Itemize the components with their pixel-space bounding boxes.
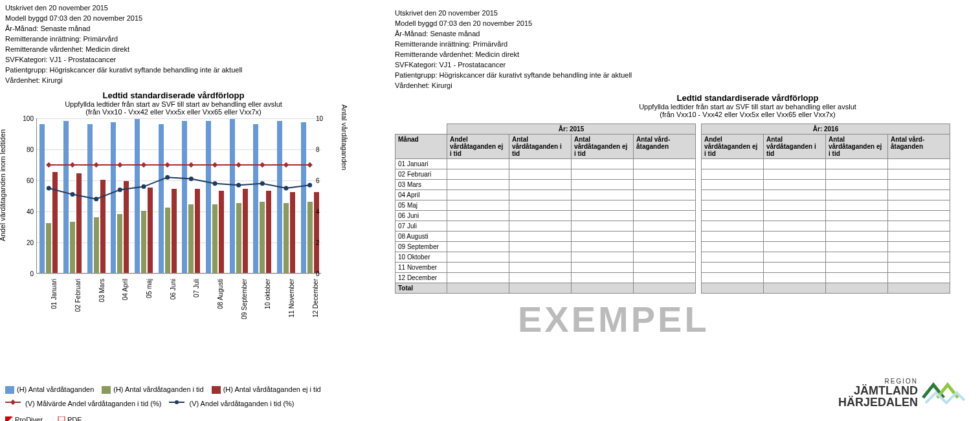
region-logo: REGION JÄMTLAND HÄRJEDALEN [838,378,967,408]
table-block: År: 2015År: 2016MånadAndel vårdåtaganden… [395,124,971,294]
svg-rect-2 [93,162,98,167]
line-swatch-target-icon [5,398,21,406]
legend-item: (H) Antal vårdåtaganden i tid [102,383,203,395]
legend-item: (V) Målvärde Andel vårdåtaganden i tid (… [5,398,161,409]
meta-line: Remitterande vårdenhet: Medicin direkt [5,44,368,54]
svg-point-17 [165,175,170,180]
pdf-link[interactable]: PDF [58,416,88,421]
meta-line: Utskrivet den 20 november 2015 [5,3,368,13]
plot-area [36,118,321,274]
svg-point-22 [284,186,289,191]
logo-line1: JÄMTLAND [838,385,918,396]
svg-point-20 [236,183,241,188]
svg-rect-9 [260,162,265,167]
svg-rect-8 [236,162,241,167]
meta-line: Remitterande inrättning: Primärvård [395,39,971,49]
meta-line: Remitterande inrättning: Primärvård [5,34,368,44]
svg-point-19 [213,181,217,186]
svg-point-18 [189,177,194,181]
right-title: Ledtid standardiserade vårdförlopp [524,93,971,103]
y-axis-right-label: Antal vårdåtaganden [340,104,348,170]
svg-point-23 [307,183,312,188]
legend: (H) Antal vårdåtaganden (H) Antal vårdåt… [5,383,368,409]
svg-rect-6 [188,162,194,167]
meta-line: År-Månad: Senaste månad [395,28,971,39]
meta-line: SVFKategori: VJ1 - Prostatacancer [5,54,368,65]
mountain-icon [922,378,967,408]
chart-title-block: Ledtid standardiserade vårdförlopp Uppfy… [5,91,342,116]
left-panel: Utskrivet den 20 november 2015 Modell by… [5,3,368,421]
line-swatch-actual-icon [169,398,184,406]
svg-rect-3 [117,162,122,167]
svg-rect-30 [58,416,65,421]
meta-line: Patientgrupp: Högriskcancer där kurativt… [395,70,971,80]
y-axis-left-label: Andel vårdåtaganden inom ledtiden [0,129,6,241]
prodiver-link[interactable]: ProDiver [5,416,49,421]
meta-line: Utskrivet den 20 november 2015 [395,8,971,18]
swatch-red-icon [212,386,221,394]
chart-subtitle: Uppfyllda ledtider från start av SVF til… [5,100,342,108]
right-meta: Utskrivet den 20 november 2015 Modell by… [395,8,971,91]
meta-line: Vårdenhet: Kirurgi [395,80,971,91]
svg-point-16 [142,184,146,189]
svg-rect-25 [10,400,16,405]
meta-line: Modell byggd 07:03 den 20 november 2015 [5,13,368,23]
svg-point-13 [71,192,75,197]
meta-line: År-Månad: Senaste månad [5,23,368,34]
svg-point-15 [118,188,122,192]
svg-point-21 [260,181,265,186]
right-subtitle: (från Vxx10 - Vxx42 eller Vxx5x eller Vx… [524,111,971,118]
svg-point-14 [94,197,98,201]
meta-line: SVFKategori: VJ1 - Prostatacancer [395,59,971,70]
logo-line2: HÄRJEDALEN [838,396,918,408]
svg-rect-0 [46,162,51,167]
svg-rect-4 [141,162,146,167]
footer-links: ProDiver PDF [5,416,368,421]
svg-rect-7 [212,162,217,167]
legend-item: (V) Andel vårdåtaganden i tid (%) [169,398,294,409]
svg-point-12 [47,186,51,191]
legend-item: (H) Antal vårdåtaganden ej i tid [212,383,321,395]
svg-rect-11 [307,162,312,167]
chart-subtitle: (från Vxx10 - Vxx42 eller Vxx5x eller Vx… [5,108,342,116]
legend-item: (H) Antal vårdåtaganden [5,383,94,395]
meta-line: Remitterande vårdenhet: Medicin direkt [395,49,971,59]
swatch-blue-icon [5,386,14,394]
svg-rect-5 [164,162,170,167]
svg-rect-10 [284,162,289,167]
chart-title: Ledtid standardiserade vårdförlopp [5,91,342,100]
svg-point-27 [175,400,179,404]
meta-line: Patientgrupp: Högriskcancer där kurativt… [5,65,368,75]
watermark: EXEMPEL [518,298,709,340]
meta-line: Modell byggd 07:03 den 20 november 2015 [395,18,971,28]
svg-rect-1 [70,162,75,167]
right-panel: Utskrivet den 20 november 2015 Modell by… [395,8,971,294]
swatch-olive-icon [102,386,111,394]
right-title-block: Ledtid standardiserade vårdförlopp Uppfy… [524,93,971,118]
chart-area: Andel vårdåtaganden inom ledtiden Antal … [5,118,342,325]
left-meta: Utskrivet den 20 november 2015 Modell by… [5,3,368,85]
data-table: År: 2015År: 2016MånadAndel vårdåtaganden… [395,124,950,294]
right-subtitle: Uppfyllda ledtider från start av SVF til… [524,103,971,111]
meta-line: Vårdenhet: Kirurgi [5,75,368,85]
